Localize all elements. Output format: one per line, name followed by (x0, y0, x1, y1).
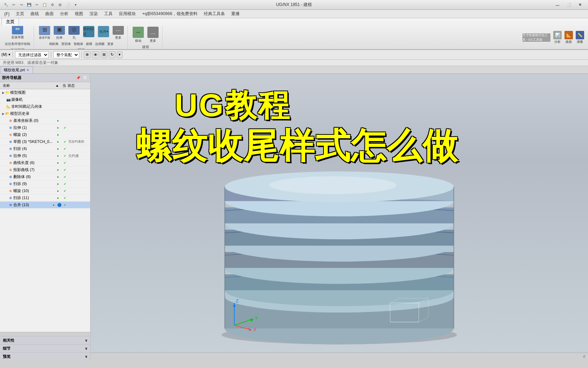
geo-icon: 📐 (6, 104, 11, 110)
modeling-more-btn[interactable]: … 更多 (146, 26, 160, 44)
tree-item-helix2[interactable]: ⊕ 螺旋 (2) ● (0, 131, 90, 138)
extrude-btn[interactable]: ▣ 拉伸 (52, 26, 66, 41)
close-button[interactable]: ✕ (575, 1, 585, 8)
save-icon[interactable]: 💾 (26, 2, 32, 8)
menu-file[interactable]: (F) (1, 11, 12, 17)
panel-details-label: 细节 (3, 346, 11, 351)
menu-home[interactable]: 主页 (13, 10, 27, 18)
chk-extrude1: ✓ (61, 126, 68, 130)
smart-btn[interactable]: 智能体 (73, 41, 84, 47)
window-icon[interactable]: ⬜ (65, 2, 71, 8)
feature-more-btn2[interactable]: 更多 (106, 41, 115, 47)
tree-item-extrude1[interactable]: ⊕ 拉伸 (1) ● ✓ (0, 124, 90, 131)
move-btn[interactable]: ↔ 移动 (131, 26, 145, 44)
tree-item-sweep4[interactable]: ⊕ 扫掠 (4) ● ✓ (0, 145, 90, 152)
viewport[interactable]: Z Y X (91, 74, 588, 360)
menu-view[interactable]: 视图 (72, 10, 86, 18)
panel-relativity-header[interactable]: 相关性 ∨ (0, 336, 90, 344)
folder-icon-views: 📁 (5, 90, 10, 96)
tree-item-nontimestamp[interactable]: 📐 非时间戳记几何体 (0, 103, 90, 110)
redo-icon[interactable]: ↪ (18, 2, 25, 8)
sidebar-pin-btn[interactable]: 📌 (75, 75, 81, 81)
viewport-tab-close[interactable]: ✕ (26, 68, 29, 72)
menu-qq-group[interactable]: +q群653490966，领免费资料 (139, 10, 200, 18)
sketch-env-btn[interactable]: 在任务环境中绘制 (4, 41, 32, 47)
array-btn[interactable]: 阵列特征 (82, 26, 96, 39)
chk-delbody8: ✓ (61, 175, 68, 179)
view-btn[interactable]: 👁 (92, 51, 99, 58)
tree-item-camera[interactable]: 📷 摄像机 (0, 96, 90, 103)
trim-btn[interactable]: 剪切体 (60, 41, 72, 47)
tree-item-history[interactable]: ▶ 📂 模型历史录 (0, 110, 90, 117)
menu-analyze[interactable]: 分析 (57, 10, 71, 18)
menu-render[interactable]: 渲染 (87, 10, 101, 18)
cut-icon[interactable]: ✂ (34, 2, 40, 8)
chamfer-label: 倒斜角 (49, 42, 59, 46)
vis-delbody8: ● (54, 175, 61, 179)
sidebar-controls: 📌 ⬜ (75, 75, 88, 81)
undo-icon[interactable]: ↩ (11, 2, 17, 8)
tree-item-sweep11[interactable]: ⊕ 扫掠 (11) ● ✓ (0, 195, 90, 202)
merge13-icon: ⊕ (8, 202, 13, 208)
sketch-env-label: 在任务环境中绘制 (5, 42, 30, 46)
feature-more-btn1[interactable]: … 更多 (111, 26, 125, 41)
more-icon[interactable]: ▾ (72, 2, 79, 8)
menu-bar: (F) 主页 曲线 曲面 分析 视图 渲染 工具 应用模块 +q群6534909… (0, 10, 588, 18)
maximize-button[interactable]: ⬜ (563, 1, 574, 8)
viewport-tab-main[interactable]: 螺纹收尾.prt ✕ (0, 66, 33, 73)
menu-classic-toolbar[interactable]: 经典工具条 (201, 10, 228, 18)
menu-tools[interactable]: 工具 (101, 10, 115, 18)
filter-select[interactable]: 无选择过滤器 (15, 51, 49, 58)
feature-more-label2: 更多 (107, 42, 114, 46)
switch-icon[interactable]: ⊞ (57, 2, 63, 8)
tree-item-curvelen6[interactable]: ⊕ 曲线长度 (6) ● ✓ (0, 159, 90, 166)
tree-item-sketch3[interactable]: ⊕ 草图 (3) *SKETCH_0... ● ✓ 完全约束的 (0, 138, 90, 145)
orient-btn[interactable]: ↻ (109, 51, 115, 58)
edit-mark-merge13: 🔵 (57, 203, 61, 207)
base-plane-btn[interactable]: ⊞ 基准平面 (38, 26, 52, 40)
menu-curve[interactable]: 曲线 (28, 10, 42, 18)
paste-icon[interactable]: 📋 (41, 2, 48, 8)
draft-btn[interactable]: 拔模 (85, 41, 93, 47)
panel-preview-label: 预览 (3, 354, 11, 359)
chk-sweep4: ✓ (61, 147, 68, 151)
sidebar-expand-btn[interactable]: ⬜ (82, 75, 88, 81)
sketch-buttons: ✏ 直接草图 (10, 26, 25, 40)
tree-item-helix10[interactable]: ⊕ 螺旋 (10) ● ✓ (0, 188, 90, 195)
title-bar: 🔧 ↩ ↪ 💾 ✂ 📋 ⚙ ⊞ ⬜ ▾ UG/NX 1851 - 建模 — ⬜ … (0, 0, 588, 10)
tree-item-merge13[interactable]: ⊕ 合并 (13) ● 🔵 ✓ (0, 202, 90, 209)
feature-bottom-buttons: 倒斜角 剪切体 智能体 拔模 边倒圆 更多 (48, 41, 115, 47)
analysis-btn[interactable]: 📊 分析 (552, 31, 563, 45)
feature-more-icon1: … (113, 26, 124, 35)
merge-btn[interactable]: 合并▾ (96, 26, 111, 39)
panel-details-header[interactable]: 细节 ∨ (0, 344, 90, 352)
grid-btn[interactable]: ⊞ (101, 51, 107, 58)
tree-item-extrude5[interactable]: ⊕ 拉伸 (5) ● ✓ 欠约束 (0, 152, 90, 159)
tree-item-model-views[interactable]: ▶ 📁 模型视图 (0, 89, 90, 96)
sidebar-scrollbar[interactable] (0, 332, 90, 336)
more-toolbar-btn[interactable]: ▾ (117, 51, 122, 58)
menu-surface[interactable]: 曲面 (42, 10, 56, 18)
settings-icon[interactable]: ⚙ (49, 2, 55, 8)
measure-label: 测量 (577, 40, 583, 44)
tree-item-base-coord[interactable]: ⊕ 基准坐标系 (0) ● (0, 117, 90, 124)
panel-preview-header[interactable]: 预览 ∨ (0, 353, 90, 360)
curve-btn[interactable]: 📐 曲面 (563, 31, 574, 45)
assembly-select[interactable]: 整个装配 (53, 51, 79, 58)
tab-home[interactable]: 主页 (1, 18, 19, 26)
menu-app-modules[interactable]: 应用模块 (116, 10, 139, 18)
sketch-btn[interactable]: ✏ 直接草图 (10, 26, 25, 40)
snap-btn[interactable]: ⊕ (84, 51, 91, 58)
tree-item-sweep9[interactable]: ⊕ 扫掠 (9) ● ✓ (0, 180, 90, 188)
main-area: 螺纹收尾.prt ✕ 部件导航器 📌 ⬜ 名称 ▲ 当 状态 ▶ 📁 (0, 66, 588, 360)
minimize-button[interactable]: — (552, 1, 563, 8)
tree-item-projcurve7[interactable]: ⊕ 投影曲线 (7) ● ✓ (0, 166, 90, 173)
menu-replay[interactable]: 重播 (228, 10, 242, 18)
tree-item-delbody8[interactable]: ⊕ 删除体 (8) ● ✓ (0, 173, 90, 180)
measure-btn[interactable]: 📏 测量 (575, 31, 585, 45)
chamfer-btn[interactable]: 倒斜角 (48, 41, 60, 47)
edge-round-btn[interactable]: 边倒圆 (94, 41, 106, 47)
hole-btn[interactable]: ◎ 孔 (67, 26, 81, 41)
size-format-btn[interactable]: 尺寸快速格式化工具 - GC工具箱 (521, 33, 552, 42)
tree-label-sketch3: 草图 (3) *SKETCH_0... (13, 139, 54, 144)
